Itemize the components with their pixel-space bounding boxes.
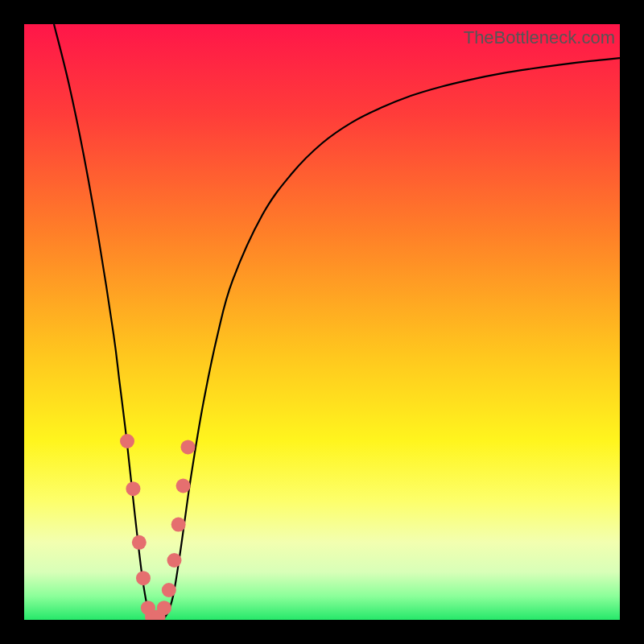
highlight-marker (162, 583, 176, 597)
curve-layer (24, 24, 620, 620)
highlight-marker (120, 434, 134, 448)
highlight-marker (176, 479, 191, 493)
attribution-text: TheBottleneck.com (464, 27, 615, 48)
highlight-marker (136, 571, 151, 585)
highlight-marker (126, 481, 140, 496)
highlight-marker (181, 440, 196, 454)
highlight-marker (167, 553, 181, 568)
bottleneck-curve (54, 24, 620, 620)
highlight-marker (171, 518, 186, 532)
outer-frame: TheBottleneck.com (0, 0, 644, 644)
highlight-marker (132, 535, 147, 550)
highlight-marker (157, 601, 171, 615)
plot-area: TheBottleneck.com (24, 24, 620, 620)
marker-group (120, 434, 195, 620)
